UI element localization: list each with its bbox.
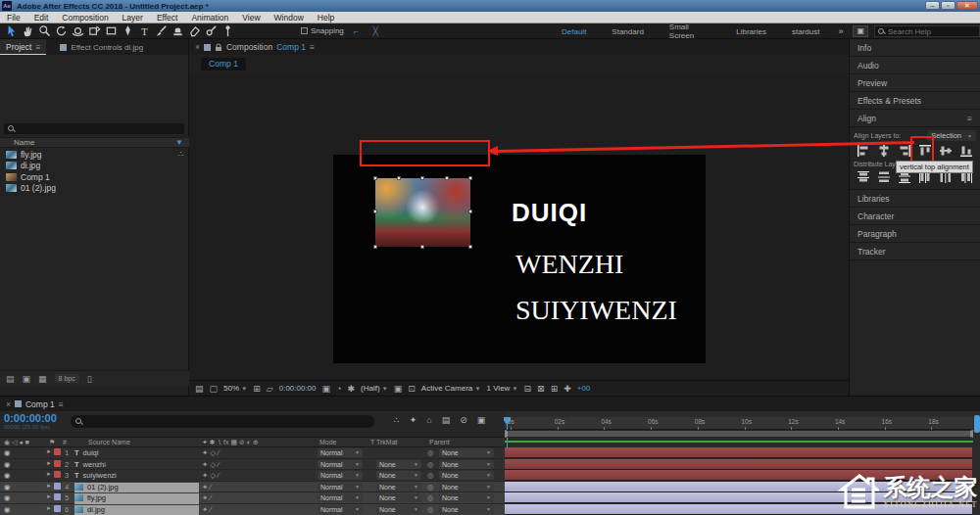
frame-blending-icon[interactable]: ▤	[442, 415, 451, 425]
region-of-interest-icon[interactable]: ▱	[267, 384, 273, 394]
show-snapshot-icon[interactable]: ◔	[336, 384, 341, 394]
trkmat-dropdown[interactable]: None▼	[376, 483, 421, 492]
layer-switches[interactable]: ✦ ◇ ∕	[202, 460, 219, 469]
project-item-01-2-jpg[interactable]: 01 (2).jpg	[0, 183, 189, 195]
maximize-button[interactable]: ▫	[941, 1, 956, 10]
layer-expander-icon[interactable]: ►	[46, 448, 52, 454]
dist-v-center-icon[interactable]	[875, 169, 893, 185]
panel-tab-paragraph[interactable]: Paragraph	[850, 225, 980, 243]
blend-mode-dropdown[interactable]: Normal▼	[318, 448, 363, 457]
zoom-tool-icon[interactable]	[36, 24, 53, 38]
fast-previews-icon[interactable]: ▣	[394, 384, 403, 394]
comp-viewport[interactable]: DUIQIWENZHISUIYIWENZI	[189, 72, 849, 380]
channels-icon[interactable]: ✱	[347, 384, 355, 394]
layer-visibility-icon[interactable]: ◉	[4, 483, 11, 492]
layer-switches[interactable]: ✦ ∕	[202, 505, 212, 514]
delete-icon[interactable]: ▯	[87, 374, 92, 384]
selection-handle[interactable]	[468, 245, 472, 249]
pen-tool-icon[interactable]	[120, 24, 136, 38]
workspace-bar-icon[interactable]: ▣	[853, 25, 868, 37]
project-search-field[interactable]	[4, 123, 184, 134]
clone-stamp-tool-icon[interactable]	[170, 24, 186, 38]
panel-tab-tracker[interactable]: Tracker	[850, 243, 980, 260]
current-time-display[interactable]: 0:00:00:00	[4, 412, 57, 424]
rulers-icon[interactable]: ⊞	[253, 384, 261, 394]
reset-exposure-icon[interactable]: ✚	[564, 384, 571, 394]
parent-dropdown[interactable]: None▼	[439, 505, 494, 514]
dist-top-icon[interactable]	[855, 169, 872, 185]
layer-name-cell[interactable]: Twenzhi	[74, 460, 199, 471]
comp-text-suiyiwenzi[interactable]: SUIYIWENZI	[515, 295, 677, 326]
align-panel-menu-icon[interactable]: ≡	[967, 114, 972, 123]
layer-name-cell[interactable]: fly.jpg	[74, 493, 199, 504]
layer-label-swatch[interactable]	[54, 483, 61, 490]
tab-effect-controls-di-jpg[interactable]: Effect Controls di.jpg	[60, 43, 143, 52]
sort-arrow-icon[interactable]: ▼	[175, 138, 183, 147]
panel-tab-preview[interactable]: Preview	[850, 74, 980, 92]
align-left-icon[interactable]	[855, 143, 872, 159]
trkmat-dropdown[interactable]: None▼	[376, 493, 421, 502]
layer-row-fly-jpg[interactable]: ◉►5fly.jpg✦ ∕Normal▼None▼◎None▼	[0, 492, 505, 504]
panel-menu-icon[interactable]: ≡	[35, 42, 40, 52]
parent-dropdown[interactable]: None▼	[439, 448, 494, 457]
blend-mode-dropdown[interactable]: Normal▼	[318, 460, 363, 469]
hide-shy-layers-icon[interactable]: ⌂	[426, 415, 431, 425]
roto-brush-tool-icon[interactable]	[203, 24, 220, 38]
selection-handle[interactable]	[420, 176, 424, 180]
flowchart-icon[interactable]: ⊞	[551, 384, 559, 394]
magnification-icon[interactable]: ▢	[210, 384, 219, 394]
layer-visibility-icon[interactable]: ◉	[4, 448, 11, 457]
layer-visibility-icon[interactable]: ◉	[4, 505, 11, 514]
type-tool-icon[interactable]: T	[136, 24, 153, 38]
workspace-libraries[interactable]: Libraries	[723, 27, 779, 36]
layer-label-swatch[interactable]	[54, 460, 61, 467]
parent-dropdown[interactable]: None▼	[439, 493, 494, 502]
close-button[interactable]: ✕	[956, 1, 978, 10]
panel-tab-character[interactable]: Character	[850, 208, 980, 225]
eraser-tool-icon[interactable]	[186, 24, 203, 38]
project-item-comp-1[interactable]: Comp 1	[0, 171, 189, 183]
workspace-stardust[interactable]: stardust	[779, 27, 832, 36]
menu-item-view[interactable]: View	[235, 12, 267, 23]
comp-canvas[interactable]: DUIQIWENZHISUIYIWENZI	[333, 155, 706, 363]
pan-behind-tool-icon[interactable]	[86, 24, 103, 38]
layer-row-duiqi[interactable]: ◉►1Tduiqi✦ ◇ ∕Normal▼◎None▼	[0, 447, 505, 459]
parent-pickwhip-icon[interactable]: ◎	[427, 505, 434, 514]
snapping-checkbox[interactable]	[301, 27, 308, 34]
graph-editor-icon[interactable]: ▣	[477, 415, 486, 425]
workspace-standard[interactable]: Standard	[599, 27, 656, 36]
comp-viewer-tab[interactable]: Comp 1	[201, 58, 246, 70]
layer-switches[interactable]: ✦ ◇ ∕	[202, 448, 219, 457]
layer-expander-icon[interactable]: ►	[46, 493, 52, 499]
comp-text-duiqi[interactable]: DUIQI	[512, 198, 587, 228]
panel-tab-effects-presets[interactable]: Effects & Presets	[850, 92, 980, 110]
brush-tool-icon[interactable]	[153, 24, 170, 38]
camera-tool-icon[interactable]	[70, 24, 86, 38]
menu-item-window[interactable]: Window	[268, 12, 311, 23]
layer-expander-icon[interactable]: ►	[46, 505, 52, 511]
layer-expander-icon[interactable]: ►	[46, 471, 52, 477]
trkmat-dropdown[interactable]: None▼	[376, 505, 421, 514]
workspace-default[interactable]: Default	[549, 27, 599, 36]
time-ruler[interactable]: 0s02s04s06s08s10s12s14s16s18s20s	[505, 417, 973, 430]
layer-name-cell[interactable]: Tsuiyiwenzi	[74, 471, 199, 482]
mini-flowchart-icon[interactable]: ∴	[394, 415, 400, 425]
timeline-close-icon[interactable]: ×	[6, 399, 11, 409]
layer-label-swatch[interactable]	[54, 471, 61, 478]
layer-visibility-icon[interactable]: ◉	[4, 460, 11, 469]
align-panel-header[interactable]: Align ≡	[850, 110, 980, 127]
help-search-input[interactable]	[888, 27, 976, 36]
parent-pickwhip-icon[interactable]: ◎	[427, 471, 434, 480]
layer-visibility-icon[interactable]: ◉	[4, 471, 11, 480]
parent-pickwhip-icon[interactable]: ◎	[427, 448, 434, 457]
panel-tab-info[interactable]: Info	[850, 39, 980, 57]
layer-row-wenzhi[interactable]: ◉►2Twenzhi✦ ◇ ∕Normal▼None▼◎None▼	[0, 459, 505, 471]
align-target-dropdown[interactable]: Selection▼	[927, 130, 976, 141]
comp-text-wenzhi[interactable]: WENZHI	[515, 249, 623, 280]
layer-switches[interactable]: ✦ ◇ ∕	[202, 471, 219, 480]
puppet-pin-tool-icon[interactable]	[220, 24, 236, 38]
parent-column[interactable]: Parent	[429, 439, 450, 445]
snapshot-icon[interactable]: ▣	[322, 384, 331, 394]
menu-item-layer[interactable]: Layer	[116, 12, 150, 23]
parent-dropdown[interactable]: None▼	[439, 471, 494, 480]
